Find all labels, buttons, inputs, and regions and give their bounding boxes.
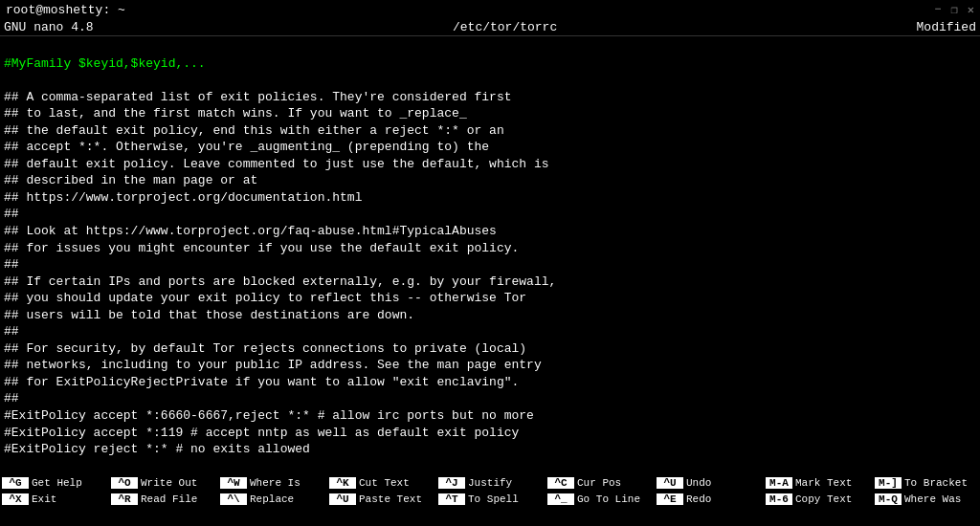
shortcut-key-copy-text: M-6 <box>766 493 792 505</box>
shortcut-key-write-out: ^O <box>111 477 138 489</box>
shortcut-row-2: ^X Exit ^R Read File ^\ Replace ^U Paste… <box>2 492 978 507</box>
shortcut-label-exit: Exit <box>32 493 56 505</box>
shortcut-key-mark-text: M-A <box>766 477 792 489</box>
shortcut-where-is[interactable]: ^W Where Is <box>220 477 325 489</box>
editor-line-12: ## <box>4 257 19 272</box>
editor-line-20: ## <box>4 391 19 405</box>
window-controls[interactable]: − ❐ ✕ <box>934 3 974 17</box>
shortcut-replace[interactable]: ^\ Replace <box>220 493 325 505</box>
editor-line-19: ## for ExitPolicyRejectPrivate if you wa… <box>4 375 519 389</box>
editor-line-3: ## to last, and the first match wins. If… <box>4 106 467 121</box>
shortcut-key-exit: ^X <box>2 493 29 505</box>
shortcut-justify[interactable]: ^J Justify <box>438 477 544 489</box>
shortcut-key-get-help: ^G <box>2 477 29 489</box>
shortcut-key-cur-pos: ^C <box>547 477 574 489</box>
shortcut-key-to-spell: ^T <box>438 493 465 505</box>
close-button[interactable]: ✕ <box>968 3 974 17</box>
shortcut-key-where-was: M-Q <box>875 493 902 505</box>
minimize-button[interactable]: − <box>934 3 941 17</box>
editor-line-10: ## Look at https://www.torproject.org/fa… <box>4 224 497 238</box>
shortcut-label-where-was: Where Was <box>904 493 961 505</box>
shortcut-go-to-line[interactable]: ^_ Go To Line <box>547 493 653 505</box>
shortcut-key-read-file: ^R <box>111 493 138 505</box>
shortcut-exit[interactable]: ^X Exit <box>2 493 107 505</box>
editor-line-18: ## networks, including to your public IP… <box>4 358 542 372</box>
nano-status: Modified <box>917 20 976 34</box>
nano-header: GNU nano 4.8 /etc/tor/torrc Modified <box>0 19 980 36</box>
shortcut-key-paste-text: ^U <box>329 493 356 505</box>
shortcut-label-cut-text: Cut Text <box>359 477 410 489</box>
nano-filepath: /etc/tor/torrc <box>453 20 557 34</box>
shortcut-label-go-to-line: Go To Line <box>577 493 640 505</box>
editor-line-17: ## For security, by default Tor rejects … <box>4 341 526 356</box>
window-title: root@moshetty: ~ <box>6 3 125 17</box>
title-bar-left: root@moshetty: ~ <box>6 3 125 17</box>
shortcut-label-paste-text: Paste Text <box>359 493 422 505</box>
shortcut-label-replace: Replace <box>250 493 294 505</box>
editor-line-21: #ExitPolicy accept *:6660-6667,reject *:… <box>4 408 534 423</box>
shortcut-key-undo: ^U <box>657 477 683 489</box>
editor-line-4: ## the default exit policy, end this wit… <box>4 123 504 138</box>
editor-line-5: ## accept *:*. Otherwise, you're _augmen… <box>4 140 489 154</box>
shortcuts-bar: ^G Get Help ^O Write Out ^W Where Is ^K … <box>0 472 980 509</box>
editor-line-7: ## described in the man page or at <box>4 173 257 187</box>
editor-line-22: #ExitPolicy accept *:119 # accept nntp a… <box>4 426 519 440</box>
editor-line-16: ## <box>4 324 19 339</box>
shortcut-to-bracket[interactable]: M-] To Bracket <box>875 477 980 489</box>
editor-line-13: ## If certain IPs and ports are blocked … <box>4 274 556 289</box>
shortcut-label-where-is: Where Is <box>250 477 301 489</box>
editor-line-15: ## users will be told that those destina… <box>4 308 414 322</box>
shortcut-key-replace: ^\ <box>220 493 247 505</box>
shortcut-to-spell[interactable]: ^T To Spell <box>438 493 544 505</box>
nano-version: GNU nano 4.8 <box>4 20 94 34</box>
shortcut-label-to-spell: To Spell <box>468 493 519 505</box>
shortcut-get-help[interactable]: ^G Get Help <box>2 477 107 489</box>
editor-area[interactable]: #MyFamily $keyid,$keyid,... ## A comma-s… <box>0 36 980 472</box>
shortcut-read-file[interactable]: ^R Read File <box>111 493 216 505</box>
editor-line-14: ## you should update your exit policy to… <box>4 291 526 305</box>
shortcut-key-cut-text: ^K <box>329 477 356 489</box>
title-bar: root@moshetty: ~ − ❐ ✕ <box>0 0 980 19</box>
editor-line-6: ## default exit policy. Leave commented … <box>4 157 549 171</box>
shortcut-where-was[interactable]: M-Q Where Was <box>875 493 980 505</box>
editor-line-11: ## for issues you might encounter if you… <box>4 241 519 255</box>
editor-line-9: ## <box>4 207 19 221</box>
shortcut-mark-text[interactable]: M-A Mark Text <box>766 477 871 489</box>
shortcut-label-get-help: Get Help <box>32 477 82 489</box>
shortcut-key-justify: ^J <box>438 477 465 489</box>
shortcut-copy-text[interactable]: M-6 Copy Text <box>766 493 871 505</box>
shortcut-paste-text[interactable]: ^U Paste Text <box>329 493 434 505</box>
editor-line-2: ## A comma-separated list of exit polici… <box>4 90 512 104</box>
shortcut-label-write-out: Write Out <box>141 477 197 489</box>
shortcut-write-out[interactable]: ^O Write Out <box>111 477 216 489</box>
editor-line-8: ## https://www.torproject.org/documentat… <box>4 190 362 205</box>
shortcut-undo[interactable]: ^U Undo <box>657 477 762 489</box>
shortcut-cut-text[interactable]: ^K Cut Text <box>329 477 434 489</box>
shortcut-key-where-is: ^W <box>220 477 247 489</box>
shortcut-redo[interactable]: ^E Redo <box>657 493 762 505</box>
shortcut-cur-pos[interactable]: ^C Cur Pos <box>547 477 653 489</box>
shortcut-row-1: ^G Get Help ^O Write Out ^W Where Is ^K … <box>2 475 978 491</box>
editor-line-23: #ExitPolicy reject *:* # no exits allowe… <box>4 442 310 456</box>
shortcut-key-go-to-line: ^_ <box>547 493 574 505</box>
shortcut-key-redo: ^E <box>657 493 683 505</box>
editor-line-0: #MyFamily $keyid,$keyid,... <box>4 56 206 71</box>
maximize-button[interactable]: ❐ <box>951 3 958 17</box>
shortcut-label-cur-pos: Cur Pos <box>577 477 621 489</box>
shortcut-label-copy-text: Copy Text <box>795 493 852 505</box>
shortcut-label-justify: Justify <box>468 477 512 489</box>
shortcut-label-undo: Undo <box>686 477 711 489</box>
shortcut-label-redo: Redo <box>686 493 711 505</box>
shortcut-key-to-bracket: M-] <box>875 477 902 489</box>
shortcut-label-mark-text: Mark Text <box>795 477 852 489</box>
shortcut-label-to-bracket: To Bracket <box>904 477 968 489</box>
shortcut-label-read-file: Read File <box>141 493 197 505</box>
